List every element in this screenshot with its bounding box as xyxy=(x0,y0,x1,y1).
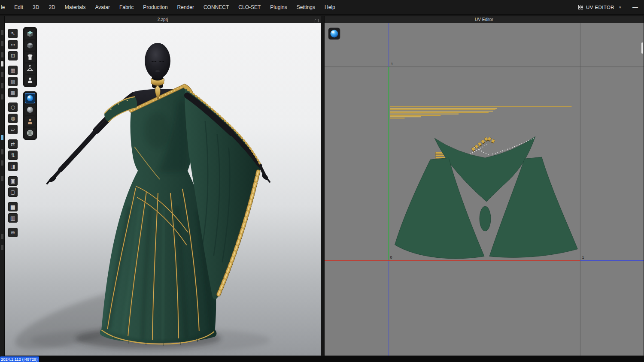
menubar: le Edit 3D 2D Materials Avatar Fabric Pr… xyxy=(0,0,644,15)
status-bar: 2024.1.112 (r49729) xyxy=(0,356,644,362)
avatar-show-icon[interactable] xyxy=(25,75,35,85)
uv-piece-gusset[interactable] xyxy=(480,206,491,231)
clipped-tool-icon[interactable] xyxy=(1,149,3,154)
menu-avatar[interactable]: Avatar xyxy=(90,0,114,14)
menu-file[interactable]: le xyxy=(0,0,9,14)
menu-settings[interactable]: Settings xyxy=(292,0,320,14)
3d-scene-canvas[interactable] xyxy=(5,23,321,356)
select-tool-icon[interactable]: ↖ xyxy=(8,29,18,38)
uv-editor-mode-label: UV EDITOR xyxy=(586,5,614,10)
hanger-icon[interactable] xyxy=(25,63,35,74)
mesh-grid-toggle-icon[interactable]: ▦ xyxy=(8,66,18,75)
window-view-toggle-icon[interactable]: ▣ xyxy=(8,176,18,186)
uv-editor-titlebar[interactable]: UV Editor xyxy=(325,16,644,23)
menu-fabric[interactable]: Fabric xyxy=(115,0,138,14)
clipped-pen-icon[interactable] xyxy=(1,135,3,140)
clipped-tool-icon[interactable] xyxy=(1,72,3,77)
clipped-tool-icon[interactable] xyxy=(1,52,3,57)
clipped-left-toolbar xyxy=(0,16,4,356)
mesh-sphere-toggle-icon[interactable]: ◍ xyxy=(8,114,18,123)
menu-materials[interactable]: Materials xyxy=(60,0,91,14)
uv-label-u1: 1 xyxy=(582,255,584,259)
flip-arrows-toggle-icon[interactable]: ⇅ xyxy=(8,151,18,160)
window-uv-editor: UV Editor 1 0 1 xyxy=(324,16,644,356)
clipped-tool-icon[interactable] xyxy=(1,176,3,181)
plane-toggle-icon[interactable]: ▱ xyxy=(8,125,18,134)
menu-help[interactable]: Help xyxy=(320,0,340,14)
scrollbar-thumb[interactable] xyxy=(641,42,643,54)
menu-2d[interactable]: 2D xyxy=(44,0,60,14)
uv-label-v1: 1 xyxy=(391,62,393,66)
clipped-tool-icon[interactable] xyxy=(1,41,3,46)
avatar-skin-icon[interactable] xyxy=(25,116,35,127)
circle-tool-icon[interactable]: ○ xyxy=(8,103,18,112)
move-tool-icon[interactable]: ↔ xyxy=(8,40,18,49)
menu-clo-set[interactable]: CLO-SET xyxy=(234,0,265,14)
viewport-3d[interactable]: ↖ ↔ ⊞ ▦ ▨ ▩ ○ ◍ ▱ ⇄ ⇅ ◨ ▣ ▢ xyxy=(5,23,321,356)
minimize-button[interactable]: — xyxy=(625,0,644,14)
uv-canvas[interactable]: 1 0 1 xyxy=(325,23,644,356)
garment-cube-icon[interactable] xyxy=(25,29,35,39)
clipped-tool-icon[interactable] xyxy=(1,160,3,166)
frame-select-tool-icon[interactable]: ⊞ xyxy=(8,51,18,60)
avatar-head xyxy=(145,43,170,79)
window-3d: 2.zprj xyxy=(4,16,321,356)
menu-3d[interactable]: 3D xyxy=(28,0,44,14)
window-3d-title: 2.zprj xyxy=(158,16,168,23)
uv-editor-viewport[interactable]: 1 0 1 xyxy=(325,23,644,356)
material-ball-blue-icon[interactable] xyxy=(25,93,35,103)
frame-view-toggle-icon[interactable]: ▢ xyxy=(8,187,18,197)
pin-tool-icon[interactable]: ⊕ xyxy=(8,228,18,237)
split-view-toggle-icon[interactable]: ◨ xyxy=(8,162,18,171)
left-tool-column: ↖ ↔ ⊞ ▦ ▨ ▩ ○ ◍ ▱ ⇄ ⇅ ◨ ▣ ▢ xyxy=(8,29,18,242)
menu-production[interactable]: Production xyxy=(138,0,172,14)
material-ball-gray-icon[interactable] xyxy=(25,105,35,115)
wire-cube-icon[interactable] xyxy=(25,40,35,51)
shirt-icon[interactable] xyxy=(25,52,35,62)
light-swatch-icon[interactable]: ■ xyxy=(8,202,18,211)
menu-connect[interactable]: CONNECT xyxy=(199,0,234,14)
clipped-tool-icon[interactable] xyxy=(1,234,3,239)
clipped-tool-icon[interactable] xyxy=(1,94,3,100)
clipped-tool-icon[interactable] xyxy=(1,83,3,88)
material-ball[interactable] xyxy=(328,28,340,39)
lined-swatch-icon[interactable]: ▥ xyxy=(8,213,18,223)
uv-label-origin: 0 xyxy=(390,255,392,259)
display-toolbar-material xyxy=(23,91,37,140)
clipped-tool-icon[interactable] xyxy=(1,245,3,250)
display-toolbar-garment xyxy=(23,27,37,87)
menu-edit[interactable]: Edit xyxy=(9,0,28,14)
uv-editor-title: UV Editor xyxy=(475,16,493,23)
version-label: 2024.1.112 (r49729) xyxy=(0,356,39,362)
menu-render[interactable]: Render xyxy=(173,0,199,14)
menu-plugins[interactable]: Plugins xyxy=(265,0,292,14)
globe-icon[interactable] xyxy=(25,128,35,138)
chevron-down-icon: ▾ xyxy=(619,5,621,9)
sync-arrows-toggle-icon[interactable]: ⇄ xyxy=(8,139,18,149)
uv-editor-mode-switch[interactable]: UV EDITOR ▾ xyxy=(575,0,625,14)
shading-toggle-icon[interactable]: ▩ xyxy=(8,88,18,97)
clipped-tool-icon[interactable] xyxy=(1,30,3,35)
uv-editor-grid-icon xyxy=(578,5,583,9)
window-3d-titlebar[interactable]: 2.zprj xyxy=(5,16,321,23)
clipped-pencil-icon[interactable] xyxy=(1,61,3,66)
texture-toggle-icon[interactable]: ▨ xyxy=(8,77,18,86)
